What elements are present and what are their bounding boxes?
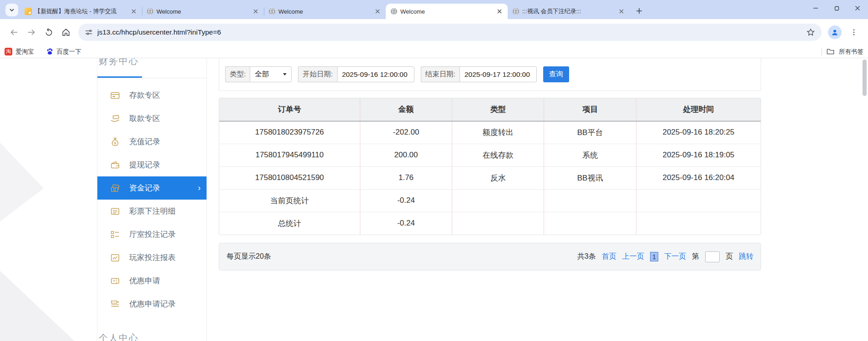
reload-icon	[44, 28, 54, 37]
cell-type: 在线存款	[452, 144, 544, 166]
sidebar-item-player-report[interactable]: 玩家投注报表	[97, 246, 207, 269]
forum-favicon	[25, 8, 32, 15]
cell-amount: -202.00	[360, 121, 452, 144]
minimize-icon	[813, 5, 818, 11]
next-page-link[interactable]: 下一页	[664, 252, 686, 261]
page-jump-input[interactable]	[705, 251, 720, 262]
browser-menu-button[interactable]	[845, 24, 863, 41]
chevron-right-icon: ›	[198, 183, 201, 193]
tab-video-records[interactable]: :::视讯 会员下注纪录:::	[508, 4, 630, 19]
tab-welcome-1[interactable]: Welcome	[142, 4, 264, 19]
bookmark-taobao[interactable]: 淘 爱淘宝	[5, 48, 34, 56]
tab-close-icon[interactable]	[617, 8, 625, 15]
window-maximize-button[interactable]	[826, 0, 847, 16]
chevron-down-icon	[9, 7, 15, 13]
page-scrollbar-thumb[interactable]	[863, 60, 867, 96]
address-bar[interactable]: js13.cc/hhcp/usercenter.html?iniType=6	[78, 24, 822, 41]
bookmarks-separator	[822, 48, 822, 55]
tab-close-icon[interactable]	[373, 8, 381, 15]
all-bookmarks-label[interactable]: 所有书签	[839, 48, 863, 56]
sidebar-item-deposit[interactable]: 存款专区	[97, 84, 207, 107]
sidebar-item-funds-record[interactable]: 资金记录 ›	[97, 176, 207, 200]
new-tab-button[interactable]	[632, 4, 646, 18]
globe-favicon	[390, 8, 398, 15]
cell-time: 2025-09-16 16:20:04	[636, 166, 761, 189]
tab-search-button[interactable]	[5, 4, 18, 16]
sidebar-item-promo-record[interactable]: 优惠申请记录	[97, 292, 207, 316]
cell-project: BB平台	[544, 121, 636, 144]
type-select-value: 全部	[255, 70, 269, 79]
sidebar-section-personal: 个人中心	[97, 328, 207, 341]
cell-project: BB视讯	[544, 166, 636, 189]
watermark-triangle	[0, 126, 44, 233]
tab-welcome-2[interactable]: Welcome	[264, 4, 386, 19]
cell-time: 2025-09-16 18:19:05	[636, 144, 761, 166]
sidebar-item-hall-bet-record[interactable]: 厅室投注记录	[97, 223, 207, 246]
baidu-icon	[46, 48, 54, 55]
bookmark-baidu[interactable]: 百度一下	[46, 48, 81, 56]
tab-welcome-active[interactable]: Welcome	[386, 4, 508, 19]
table-header-row: 订单号 金额 类型 项目 处理时间	[219, 98, 761, 121]
current-page-indicator[interactable]: 1	[650, 252, 658, 261]
tab-close-icon[interactable]	[252, 8, 259, 15]
sidebar-item-label: 厅室投注记录	[129, 229, 176, 240]
cell-amount: -0.24	[360, 189, 452, 212]
cell-empty	[452, 189, 544, 212]
site-settings-icon[interactable]	[85, 28, 93, 36]
back-icon	[9, 27, 19, 37]
home-button[interactable]	[57, 24, 75, 41]
search-button[interactable]: 查询	[543, 66, 569, 82]
cell-empty	[636, 189, 761, 212]
hall-bet-icon	[110, 230, 120, 240]
lottery-detail-icon	[110, 206, 120, 216]
bookmark-star-icon[interactable]	[806, 28, 815, 37]
maximize-icon	[834, 5, 839, 11]
funds-record-icon	[110, 183, 120, 193]
cell-stats-label: 总统计	[219, 212, 360, 235]
menu-dots-icon	[850, 28, 858, 36]
folder-icon	[827, 48, 834, 55]
window-minimize-button[interactable]	[805, 0, 826, 16]
cell-order-no: 1758018023975726	[219, 121, 360, 144]
tab-close-icon[interactable]	[495, 8, 503, 15]
sidebar-item-label: 存款专区	[129, 90, 160, 100]
bookmarks-bar: 淘 爱淘宝 百度一下 所有书签	[0, 45, 868, 58]
sidebar-item-recharge-record[interactable]: 充值记录	[97, 130, 207, 153]
filter-bar: 类型: 全部 开始日期: 结束日期: 查询	[219, 58, 761, 91]
sidebar-item-promo-apply[interactable]: 优惠申请	[97, 269, 207, 292]
tab-close-icon[interactable]	[130, 8, 137, 15]
table-row: 1758017945499110 200.00 在线存款 系统 2025-09-…	[219, 144, 761, 166]
forward-button[interactable]	[23, 24, 40, 41]
sidebar-item-lottery-detail[interactable]: 彩票下注明细	[97, 200, 207, 223]
url-text[interactable]: js13.cc/hhcp/usercenter.html?iniType=6	[97, 28, 806, 36]
deposit-card-icon	[110, 90, 120, 100]
cell-empty	[636, 212, 761, 235]
profile-avatar[interactable]	[828, 25, 842, 39]
start-date-input[interactable]	[342, 70, 409, 79]
table-row-total-stats: 总统计 -0.24	[219, 212, 761, 235]
cell-empty	[544, 189, 636, 212]
total-count-label: 共3条	[577, 252, 596, 261]
window-close-button[interactable]	[847, 0, 868, 16]
tab-forum[interactable]: 【新提醒】海燕论坛 - 博学交流	[20, 4, 142, 19]
table-row-page-stats: 当前页统计 -0.24	[219, 189, 761, 212]
jump-button[interactable]: 跳转	[739, 252, 753, 261]
sidebar-item-withdraw[interactable]: 取款专区	[97, 107, 207, 130]
bookmark-label: 爱淘宝	[15, 48, 34, 56]
back-button[interactable]	[5, 24, 23, 41]
tab-title: Welcome	[400, 8, 493, 15]
wallet-icon	[110, 160, 120, 170]
first-page-link[interactable]: 首页	[602, 252, 616, 261]
sidebar-item-withdraw-record[interactable]: 提现记录	[97, 153, 207, 176]
header-time: 处理时间	[636, 98, 761, 121]
sidebar-item-label: 取款专区	[129, 113, 160, 124]
cell-project: 系统	[544, 144, 636, 166]
cell-order-no: 1758017945499110	[219, 144, 360, 166]
prev-page-link[interactable]: 上一页	[622, 252, 644, 261]
tab-title: 【新提醒】海燕论坛 - 博学交流	[35, 7, 127, 15]
table-row: 1758018023975726 -202.00 额度转出 BB平台 2025-…	[219, 121, 761, 144]
type-select[interactable]: 全部	[250, 66, 292, 82]
jump-suffix-label: 页	[726, 252, 733, 261]
reload-button[interactable]	[40, 24, 57, 41]
end-date-input[interactable]	[464, 70, 532, 79]
